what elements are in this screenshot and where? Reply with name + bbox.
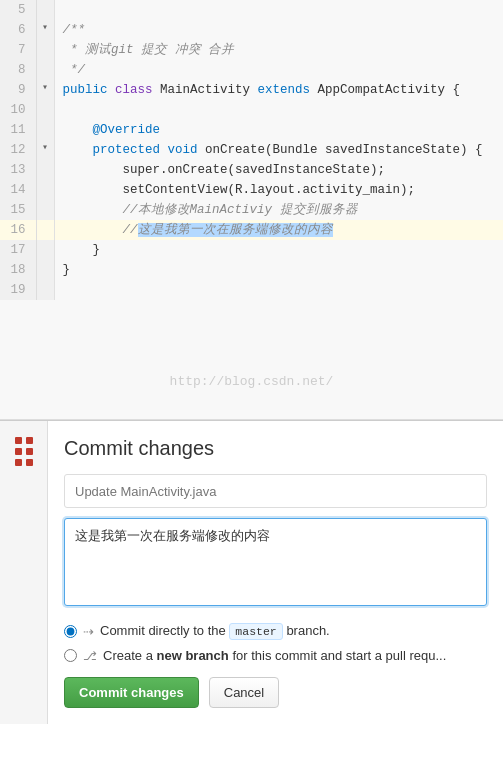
line-arrow: ▾	[36, 20, 54, 40]
dot	[15, 448, 22, 455]
line-arrow	[36, 120, 54, 140]
modal-title: Commit changes	[64, 437, 487, 460]
line-number: 7	[0, 40, 36, 60]
line-content	[54, 280, 503, 300]
dot	[15, 437, 22, 444]
line-number: 18	[0, 260, 36, 280]
sidebar-decoration	[15, 437, 33, 466]
line-number: 16	[0, 220, 36, 240]
line-content: /**	[54, 20, 503, 40]
dot	[26, 448, 33, 455]
radio-direct[interactable]	[64, 625, 77, 638]
line-arrow	[36, 200, 54, 220]
code-table: 56▾/**7 * 测试git 提交 冲突 合并8 */9▾public cla…	[0, 0, 503, 300]
commit-icon: ⇢	[83, 624, 94, 639]
line-number: 10	[0, 100, 36, 120]
modal-sidebar	[0, 421, 48, 724]
line-arrow	[36, 260, 54, 280]
radio-direct-label: Commit directly to the master branch.	[100, 623, 487, 640]
dot	[26, 437, 33, 444]
line-arrow	[36, 240, 54, 260]
line-content: //这是我第一次在服务端修改的内容	[54, 220, 503, 240]
line-content: protected void onCreate(Bundle savedInst…	[54, 140, 503, 160]
line-number: 12	[0, 140, 36, 160]
line-number: 14	[0, 180, 36, 200]
line-content: super.onCreate(savedInstanceState);	[54, 160, 503, 180]
line-arrow	[36, 180, 54, 200]
action-buttons: Commit changes Cancel	[64, 677, 487, 708]
modal-body: Commit changes ⇢ Commit directly to the …	[48, 421, 503, 724]
line-content: //本地修改MainActiviy 提交到服务器	[54, 200, 503, 220]
branch-badge: master	[229, 623, 282, 640]
line-content: }	[54, 240, 503, 260]
line-arrow	[36, 220, 54, 240]
branch-options: ⇢ Commit directly to the master branch. …	[64, 623, 487, 663]
line-content: }	[54, 260, 503, 280]
line-arrow	[36, 100, 54, 120]
line-content: public class MainActivity extends AppCom…	[54, 80, 503, 100]
line-content: setContentView(R.layout.activity_main);	[54, 180, 503, 200]
line-number: 13	[0, 160, 36, 180]
line-arrow: ▾	[36, 140, 54, 160]
line-number: 17	[0, 240, 36, 260]
line-content: @Override	[54, 120, 503, 140]
cancel-button[interactable]: Cancel	[209, 677, 279, 708]
line-number: 6	[0, 20, 36, 40]
line-content	[54, 0, 503, 20]
line-content: * 测试git 提交 冲突 合并	[54, 40, 503, 60]
line-content: */	[54, 60, 503, 80]
line-number: 19	[0, 280, 36, 300]
line-number: 15	[0, 200, 36, 220]
commit-summary-input[interactable]	[64, 474, 487, 508]
radio-option-new-branch: ⎇ Create a new branch for this commit an…	[64, 648, 487, 663]
radio-new-branch[interactable]	[64, 649, 77, 662]
code-editor: 56▾/**7 * 测试git 提交 冲突 合并8 */9▾public cla…	[0, 0, 503, 420]
line-arrow	[36, 0, 54, 20]
radio-branch-label: Create a new branch for this commit and …	[103, 648, 487, 663]
line-arrow	[36, 280, 54, 300]
line-content	[54, 100, 503, 120]
line-number: 5	[0, 0, 36, 20]
line-number: 9	[0, 80, 36, 100]
line-arrow	[36, 60, 54, 80]
commit-description-textarea[interactable]	[64, 518, 487, 606]
line-arrow	[36, 160, 54, 180]
watermark: http://blog.csdn.net/	[0, 374, 503, 389]
commit-modal: Commit changes ⇢ Commit directly to the …	[0, 420, 503, 724]
dot	[15, 459, 22, 466]
branch-icon: ⎇	[83, 649, 97, 663]
commit-changes-button[interactable]: Commit changes	[64, 677, 199, 708]
radio-option-direct: ⇢ Commit directly to the master branch.	[64, 623, 487, 640]
dot	[26, 459, 33, 466]
line-number: 8	[0, 60, 36, 80]
line-number: 11	[0, 120, 36, 140]
line-arrow: ▾	[36, 80, 54, 100]
line-arrow	[36, 40, 54, 60]
